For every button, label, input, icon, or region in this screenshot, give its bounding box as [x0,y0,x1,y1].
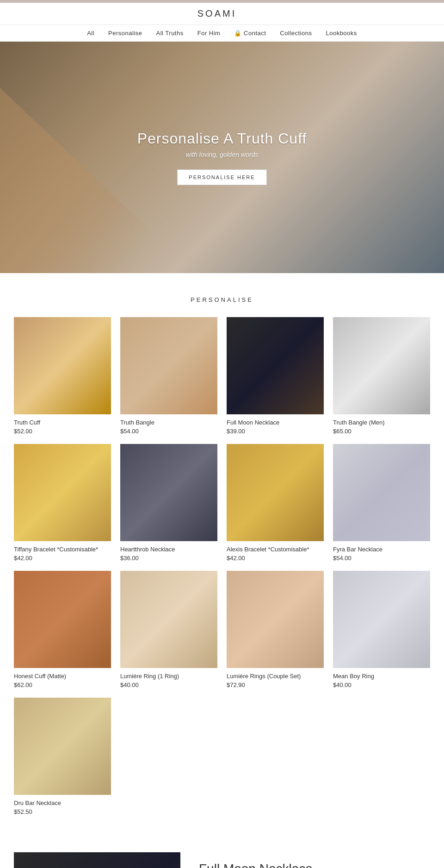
product-image [227,571,324,668]
product-image-inner [120,444,217,541]
product-image [333,317,430,414]
product-image-inner [14,317,111,414]
spotlight-image [14,852,180,868]
product-image [14,444,111,541]
product-price: $72.90 [227,681,324,688]
product-item[interactable]: Mean Boy Ring$40.00 [333,571,430,688]
product-image-inner [120,571,217,668]
product-image-inner [227,444,324,541]
site-logo: SOAMI [197,8,236,19]
product-name: Dru Bar Necklace [14,799,111,806]
product-image [14,317,111,414]
product-item[interactable]: Dru Bar Necklace$52.50 [14,698,111,815]
search-button[interactable] [14,8,18,19]
hero-subtitle: with loving, golden words [137,151,307,158]
header-left [14,8,18,19]
product-price: $62.00 [14,681,111,688]
product-image [120,317,217,414]
personalise-section: PERSONALISE Truth Cuff$52.00Truth Bangle… [0,273,444,838]
product-price: $40.00 [333,681,430,688]
product-item[interactable]: Lumière Ring (1 Ring)$40.00 [120,571,217,688]
product-item[interactable]: Alexis Bracelet *Customisable*$42.00 [227,444,324,562]
product-name: Truth Cuff [14,419,111,426]
product-price: $39.00 [227,428,324,435]
product-item[interactable]: Fyra Bar Necklace$54.00 [333,444,430,562]
product-name: Honest Cuff (Matte) [14,673,111,680]
product-image [14,571,111,668]
header-right [416,8,430,19]
personalise-title: PERSONALISE [14,296,430,303]
product-name: Heartthrob Necklace [120,546,217,553]
nav-collections[interactable]: Collections [280,30,312,37]
product-image-inner [120,317,217,414]
product-name: Truth Bangle (Men) [333,419,430,426]
product-item[interactable]: Heartthrob Necklace$36.00 [120,444,217,562]
product-image-inner [333,317,430,414]
nav-all[interactable]: All [87,30,94,37]
product-name: Lumière Ring (1 Ring) [120,673,217,680]
product-image [227,444,324,541]
product-item[interactable]: Truth Cuff$52.00 [14,317,111,435]
product-item[interactable]: Full Moon Necklace$39.00 [227,317,324,435]
spotlight-title: Full Moon Necklace [199,862,313,868]
login-button[interactable] [416,8,420,19]
product-grid: Truth Cuff$52.00Truth Bangle$54.00Full M… [14,317,430,815]
product-price: $54.00 [333,555,430,562]
product-price: $54.00 [120,428,217,435]
hero-cta-button[interactable]: PERSONALISE HERE [177,169,266,185]
hero-title: Personalise A Truth Cuff [137,130,307,147]
main-nav: All Personalise All Truths For Him 🔒 Con… [0,25,444,42]
header: SOAMI [0,3,444,25]
product-price: $40.00 [120,681,217,688]
product-price: $65.00 [333,428,430,435]
product-item[interactable]: Honest Cuff (Matte)$62.00 [14,571,111,688]
product-item[interactable]: Truth Bangle$54.00 [120,317,217,435]
product-image-inner [14,444,111,541]
hero-content: Personalise A Truth Cuff with loving, go… [137,130,307,185]
nav-all-truths[interactable]: All Truths [156,30,184,37]
product-name: Lumière Rings (Couple Set) [227,673,324,680]
nav-personalise[interactable]: Personalise [108,30,142,37]
product-image [14,698,111,795]
product-name: Fyra Bar Necklace [333,546,430,553]
product-image [333,571,430,668]
product-image-inner [227,317,324,414]
product-price: $42.00 [14,555,111,562]
product-name: Full Moon Necklace [227,419,324,426]
spotlight-info: Full Moon Necklace $39.00 [199,852,313,868]
product-name: Alexis Bracelet *Customisable* [227,546,324,553]
product-name: Truth Bangle [120,419,217,426]
spotlight-section: Full Moon Necklace $39.00 [0,838,444,868]
product-price: $52.00 [14,428,111,435]
product-image-inner [14,698,111,795]
nav-lookbooks[interactable]: Lookbooks [326,30,357,37]
product-item[interactable]: Tiffany Bracelet *Customisable*$42.00 [14,444,111,562]
product-price: $42.00 [227,555,324,562]
product-name: Tiffany Bracelet *Customisable* [14,546,111,553]
header-center: SOAMI [18,8,416,19]
product-image-inner [14,571,111,668]
hero-section: Personalise A Truth Cuff with loving, go… [0,42,444,273]
product-price: $52.50 [14,808,111,815]
product-item[interactable]: Lumière Rings (Couple Set)$72.90 [227,571,324,688]
product-image [333,444,430,541]
product-image [120,571,217,668]
product-image [227,317,324,414]
product-name: Mean Boy Ring [333,673,430,680]
product-image-inner [227,571,324,668]
nav-for-him[interactable]: For Him [197,30,221,37]
nav-contact[interactable]: 🔒 Contact [234,30,266,37]
product-price: $36.00 [120,555,217,562]
product-image-inner [333,444,430,541]
cart-button[interactable] [426,8,430,19]
product-image [120,444,217,541]
product-image-inner [333,571,430,668]
product-item[interactable]: Truth Bangle (Men)$65.00 [333,317,430,435]
